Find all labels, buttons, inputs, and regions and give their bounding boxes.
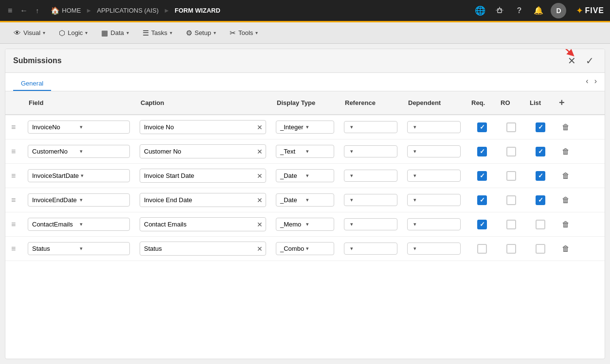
delete-row-button-4[interactable]: 🗑: [558, 218, 574, 231]
ro-checkbox-4[interactable]: [506, 220, 516, 229]
displaytype-select-5[interactable]: _Combo ▾: [276, 242, 334, 255]
delete-row-button-1[interactable]: 🗑: [558, 145, 574, 158]
req-checkbox-2[interactable]: [477, 171, 487, 181]
dependent-select-5[interactable]: ▾: [407, 243, 461, 255]
logic-menu[interactable]: ⬡ Logic ▾: [53, 26, 93, 40]
caption-clear-0[interactable]: ✕: [254, 123, 266, 131]
back-button[interactable]: ←: [18, 4, 30, 17]
dependent-select-1[interactable]: ▾: [407, 145, 461, 157]
displaytype-select-3[interactable]: _Date ▾: [276, 193, 334, 207]
ro-checkbox-1[interactable]: [506, 147, 516, 156]
formwizard-breadcrumb[interactable]: FORM WIZARD: [175, 7, 220, 14]
field-select-1[interactable]: CustomerNo ▾: [28, 145, 130, 158]
data-menu[interactable]: ▦ Data ▾: [95, 26, 134, 40]
tasks-menu[interactable]: ☰ Tasks ▾: [137, 26, 178, 40]
applications-breadcrumb[interactable]: APPLICATIONS (AIS): [97, 7, 159, 14]
reference-select-3[interactable]: ▾: [344, 194, 397, 206]
caption-clear-4[interactable]: ✕: [254, 221, 266, 228]
displaytype-select-0[interactable]: _Integer ▾: [276, 121, 334, 134]
user-avatar[interactable]: D: [551, 3, 566, 18]
drag-handle-4[interactable]: ≡: [5, 220, 25, 229]
bell-icon[interactable]: 🔔: [531, 3, 546, 18]
ro-checkbox-0[interactable]: [506, 122, 516, 132]
req-checkbox-5[interactable]: [477, 244, 487, 254]
forward-button[interactable]: ↑: [34, 5, 41, 17]
tab-general[interactable]: General: [13, 77, 51, 91]
dependent-select-3[interactable]: ▾: [407, 194, 461, 206]
reference-select-4[interactable]: ▾: [344, 218, 397, 230]
caption-input-1[interactable]: [140, 145, 254, 158]
caption-clear-5[interactable]: ✕: [254, 245, 266, 253]
help-icon[interactable]: ?: [512, 3, 526, 18]
dependent-cell-4: ▾: [404, 216, 467, 232]
menu-icon[interactable]: ≡: [6, 4, 14, 17]
reference-arrow-2: ▾: [350, 173, 353, 179]
confirm-button[interactable]: ✓: [583, 54, 597, 68]
tab-prev-button[interactable]: ‹: [584, 76, 590, 87]
reference-select-1[interactable]: ▾: [344, 145, 397, 157]
field-select-0[interactable]: InvoiceNo ▾: [28, 121, 130, 134]
ro-checkbox-2[interactable]: [506, 171, 516, 181]
drag-handle-0[interactable]: ≡: [5, 123, 25, 132]
caption-clear-3[interactable]: ✕: [254, 196, 266, 204]
displaytype-select-4[interactable]: _Memo ▾: [276, 218, 334, 231]
reference-select-2[interactable]: ▾: [344, 170, 397, 182]
dependent-select-2[interactable]: ▾: [407, 170, 461, 182]
list-cell-1: [526, 145, 555, 158]
delete-row-button-0[interactable]: 🗑: [558, 121, 574, 134]
caption-input-3[interactable]: [140, 193, 254, 207]
top-nav-bar: ≡ ← ↑ ​ 🏠 HOME ► APPLICATIONS (AIS) ► FO…: [0, 0, 610, 22]
req-checkbox-0[interactable]: [477, 122, 487, 132]
drag-handle-3[interactable]: ≡: [5, 196, 25, 205]
caption-input-5[interactable]: [140, 242, 254, 255]
displaytype-value-3: _Date: [280, 196, 304, 204]
right-icons-group: 🌐 ? 🔔 D: [473, 3, 566, 18]
robot-icon[interactable]: [492, 3, 507, 18]
caption-input-2[interactable]: [140, 169, 254, 182]
home-breadcrumb[interactable]: 🏠 HOME: [51, 6, 81, 15]
reference-select-5[interactable]: ▾: [344, 243, 397, 255]
req-checkbox-1[interactable]: [477, 147, 487, 156]
tab-next-button[interactable]: ›: [592, 76, 599, 87]
field-select-2[interactable]: InvoiceStartDate ▾: [28, 169, 130, 182]
close-button[interactable]: ✕: [565, 54, 579, 68]
field-cell-0: InvoiceNo ▾: [25, 119, 137, 136]
list-checkbox-0[interactable]: [536, 122, 545, 132]
cloud-icon[interactable]: 🌐: [473, 3, 487, 18]
drag-handle-5[interactable]: ≡: [5, 244, 25, 253]
delete-row-button-2[interactable]: 🗑: [558, 170, 574, 182]
dependent-select-0[interactable]: ▾: [407, 121, 461, 133]
tools-menu[interactable]: ✂ Tools ▾: [224, 26, 264, 40]
field-select-4[interactable]: ContactEmails ▾: [28, 218, 130, 231]
req-checkbox-3[interactable]: [477, 195, 487, 205]
caption-input-0[interactable]: [140, 121, 254, 134]
ro-checkbox-3[interactable]: [506, 195, 516, 205]
add-row-button[interactable]: +: [555, 95, 579, 110]
list-checkbox-2[interactable]: [536, 171, 545, 181]
list-checkbox-4[interactable]: [536, 220, 545, 229]
ro-checkbox-5[interactable]: [506, 244, 516, 254]
col-caption: Caption: [137, 95, 273, 110]
list-checkbox-3[interactable]: [536, 195, 545, 205]
delete-row-button-5[interactable]: 🗑: [558, 243, 574, 255]
caption-clear-2[interactable]: ✕: [254, 172, 266, 180]
displaytype-select-1[interactable]: _Text ▾: [276, 145, 334, 158]
displaytype-select-2[interactable]: _Date ▾: [276, 169, 334, 182]
delete-row-button-3[interactable]: 🗑: [558, 194, 574, 207]
setup-menu[interactable]: ⚙ Setup ▾: [180, 26, 222, 40]
field-select-5[interactable]: Status ▾: [28, 242, 130, 255]
field-cell-3: InvoiceEndDate ▾: [25, 191, 137, 208]
dependent-select-4[interactable]: ▾: [407, 218, 461, 230]
col-dependent: Dependent: [404, 95, 467, 110]
req-checkbox-4[interactable]: [477, 220, 487, 229]
list-checkbox-1[interactable]: [536, 147, 545, 156]
reference-select-0[interactable]: ▾: [344, 121, 397, 133]
drag-handle-1[interactable]: ≡: [5, 147, 25, 156]
field-select-3[interactable]: InvoiceEndDate ▾: [28, 193, 130, 207]
list-cell-2: [526, 169, 555, 183]
caption-clear-1[interactable]: ✕: [254, 148, 266, 156]
drag-handle-2[interactable]: ≡: [5, 172, 25, 180]
visual-menu[interactable]: 👁 Visual ▾: [8, 26, 51, 40]
list-checkbox-5[interactable]: [536, 244, 545, 254]
caption-input-4[interactable]: [140, 218, 254, 231]
